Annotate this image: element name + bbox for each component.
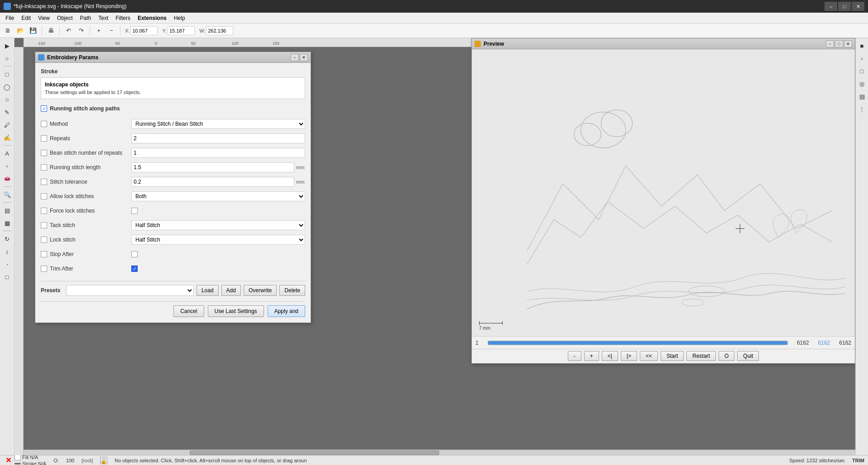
lock-select[interactable]: Half Stitch Full Stitch None	[131, 235, 305, 245]
scrollbar-horizontal[interactable]	[24, 450, 855, 455]
title-bar: *fuji-inkscape.svg - Inkscape (Not Respo…	[0, 0, 868, 13]
open-btn[interactable]: 📂	[14, 25, 26, 37]
presets-select[interactable]	[66, 285, 194, 296]
snap-btn-4[interactable]: ◎	[856, 78, 868, 90]
scrollbar-thumb[interactable]	[190, 451, 439, 455]
btn-restart[interactable]: Restart	[686, 351, 716, 361]
btn-prev[interactable]: <|	[602, 351, 618, 361]
preview-minimize[interactable]: –	[826, 40, 834, 47]
btn-next[interactable]: |>	[621, 351, 637, 361]
menu-view[interactable]: View	[34, 14, 53, 22]
length-checkbox[interactable]	[41, 164, 47, 171]
method-select[interactable]: Running Stitch / Bean Stitch	[131, 119, 305, 129]
menu-help[interactable]: Help	[170, 14, 189, 22]
text-tool[interactable]: A	[1, 147, 13, 159]
trim-value[interactable]	[131, 266, 138, 272]
eyedropper-tool[interactable]: 👄	[1, 173, 13, 185]
preview-close[interactable]: ✕	[844, 40, 852, 47]
btn-minus[interactable]: -	[568, 351, 581, 361]
stop-checkbox[interactable]	[41, 251, 47, 257]
new-btn[interactable]: 🗎	[2, 25, 14, 37]
stop-value[interactable]	[131, 251, 138, 257]
bean-checkbox[interactable]	[41, 150, 47, 156]
ellipse-tool[interactable]: ◯	[1, 81, 13, 93]
zoom-out-btn[interactable]: −	[106, 25, 117, 37]
add-button[interactable]: Add	[221, 285, 241, 296]
method-checkbox[interactable]	[41, 121, 47, 127]
menu-path[interactable]: Path	[77, 14, 95, 22]
allow-lock-checkbox[interactable]	[41, 193, 47, 199]
btn-o[interactable]: O	[719, 351, 734, 361]
snap-btn-6[interactable]: ⋮	[856, 103, 868, 115]
zoom-tool[interactable]: 🔍	[1, 189, 13, 200]
tack-select[interactable]: Half Stitch Full Stitch None	[131, 220, 305, 230]
node-tool[interactable]: ○	[1, 52, 13, 64]
calligraphy-tool[interactable]: ✍	[1, 132, 13, 143]
spray-tool[interactable]: ⋅	[1, 258, 13, 270]
close-button[interactable]: ✕	[852, 2, 864, 11]
redo-btn[interactable]: ↷	[75, 25, 87, 37]
menu-file[interactable]: File	[2, 14, 18, 22]
undo-btn[interactable]: ↶	[62, 25, 74, 37]
zoom-in-btn[interactable]: +	[93, 25, 105, 37]
btn-plus[interactable]: +	[584, 351, 599, 361]
delete-button[interactable]: Delete	[279, 285, 305, 296]
minimize-button[interactable]: –	[825, 2, 837, 11]
menu-edit[interactable]: Edit	[18, 14, 34, 22]
cancel-button[interactable]: Cancel	[173, 305, 204, 317]
menu-text[interactable]: Text	[95, 14, 112, 22]
use-last-button[interactable]: Use Last Settings	[208, 305, 264, 317]
tolerance-checkbox[interactable]	[41, 179, 47, 185]
fill-tool[interactable]: ▤	[1, 204, 13, 216]
repeats-control	[131, 133, 305, 143]
snap-btn-2[interactable]: ▫	[856, 52, 868, 64]
running-stitch-checkbox[interactable]	[41, 105, 47, 112]
star-tool[interactable]: ☆	[1, 94, 13, 105]
move-tool[interactable]: ↕	[1, 246, 13, 257]
rotate-tool[interactable]: ↻	[1, 233, 13, 245]
snap-btn-3[interactable]: □	[856, 65, 868, 77]
apply-and-button[interactable]: Apply and	[268, 305, 305, 317]
pencil-tool[interactable]: ✎	[1, 106, 13, 118]
stroke-tool[interactable]: ▩	[1, 217, 13, 229]
bean-input[interactable]	[131, 148, 305, 158]
dialog-titlebar[interactable]: Embroidery Params – ✕	[35, 52, 311, 63]
print-btn[interactable]: 🖶	[45, 25, 57, 37]
eraser-tool[interactable]: □	[1, 271, 13, 283]
repeats-checkbox[interactable]	[41, 135, 47, 142]
lock-checkbox[interactable]	[41, 237, 47, 243]
tool-sep-4	[3, 202, 12, 203]
trim-checkbox[interactable]	[41, 266, 47, 272]
btn-rewind[interactable]: <<	[640, 351, 658, 361]
dialog-close[interactable]: ✕	[300, 54, 308, 61]
maximize-button[interactable]: □	[838, 2, 851, 11]
menu-object[interactable]: Object	[53, 14, 77, 22]
rect-tool[interactable]: □	[1, 68, 13, 80]
snap-btn-1[interactable]: ■	[856, 40, 868, 52]
x-input[interactable]	[130, 26, 158, 35]
pen-tool[interactable]: 🖊	[1, 119, 13, 131]
w-input[interactable]	[206, 26, 233, 35]
preview-maximize[interactable]: □	[835, 40, 843, 47]
y-input[interactable]	[168, 26, 195, 35]
menu-filters[interactable]: Filters	[112, 14, 134, 22]
length-input[interactable]	[131, 162, 294, 172]
gradient-tool[interactable]: ▫	[1, 160, 13, 172]
tolerance-input[interactable]	[131, 177, 294, 187]
force-lock-value[interactable]	[131, 208, 138, 214]
btn-start[interactable]: Start	[661, 351, 684, 361]
preview-titlebar[interactable]: Preview – □ ✕	[472, 38, 855, 49]
allow-lock-select[interactable]: Both Before After None	[131, 191, 305, 201]
menu-extensions[interactable]: Extensions	[134, 14, 170, 22]
select-tool[interactable]: ▶	[1, 40, 13, 52]
stroke-value: N/A	[38, 461, 46, 465]
btn-quit[interactable]: Quit	[737, 351, 759, 361]
save-btn[interactable]: 💾	[27, 25, 39, 37]
load-button[interactable]: Load	[197, 285, 219, 296]
dialog-minimize[interactable]: –	[291, 54, 299, 61]
repeats-input[interactable]	[131, 133, 305, 143]
force-lock-checkbox[interactable]	[41, 208, 47, 214]
overwrite-button[interactable]: Overwrite	[244, 285, 277, 296]
tack-checkbox[interactable]	[41, 222, 47, 228]
snap-btn-5[interactable]: ▤	[856, 90, 868, 102]
